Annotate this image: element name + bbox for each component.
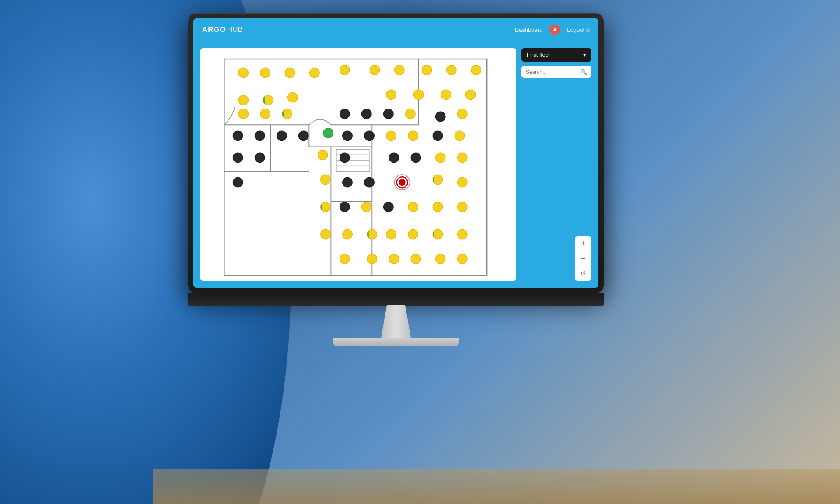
svg-point-26 xyxy=(395,65,405,75)
svg-point-64 xyxy=(340,153,350,163)
svg-point-90 xyxy=(343,229,353,239)
svg-point-40 xyxy=(260,109,270,119)
svg-point-100 xyxy=(340,254,350,264)
app-navbar: ARGO HUB Dashboard A Logout ⎋ xyxy=(193,18,598,41)
svg-point-72 xyxy=(233,177,243,187)
svg-point-59 xyxy=(433,131,443,141)
imac-bezel: ARGO HUB Dashboard A Logout ⎋ xyxy=(188,13,604,293)
floor-selector-button[interactable]: First floor ▾ xyxy=(522,48,592,62)
svg-point-28 xyxy=(447,65,457,75)
svg-point-47 xyxy=(406,109,416,119)
zoom-controls: + − ↺ xyxy=(575,236,592,281)
svg-point-49 xyxy=(458,109,468,119)
svg-point-99 xyxy=(458,229,468,239)
svg-point-75 xyxy=(364,177,374,187)
svg-point-104 xyxy=(435,254,445,264)
navbar-right: Dashboard A Logout ⎋ xyxy=(515,24,590,35)
svg-point-85 xyxy=(384,202,394,212)
svg-point-101 xyxy=(367,254,377,264)
svg-point-105 xyxy=(458,254,468,264)
svg-point-79 xyxy=(458,177,468,187)
logo-argo-text: ARGO xyxy=(202,25,226,34)
svg-point-94 xyxy=(386,229,396,239)
svg-point-23 xyxy=(310,68,320,78)
svg-point-65 xyxy=(389,153,399,163)
svg-point-56 xyxy=(364,131,374,141)
svg-point-22 xyxy=(285,68,295,78)
svg-point-35 xyxy=(386,90,396,100)
svg-point-36 xyxy=(413,90,424,100)
floor-selector-label: First floor xyxy=(527,52,550,58)
svg-point-29 xyxy=(471,65,481,75)
app-content: First floor ▾ 🔍 + − ↺ xyxy=(193,41,598,288)
dashboard-link[interactable]: Dashboard xyxy=(515,27,543,33)
svg-point-84 xyxy=(362,202,372,212)
zoom-in-button[interactable]: + xyxy=(575,236,592,251)
zoom-out-button[interactable]: − xyxy=(575,251,592,266)
svg-point-20 xyxy=(238,68,248,78)
search-icon: 🔍 xyxy=(580,69,587,75)
user-avatar: A xyxy=(550,24,560,35)
floorplan-container[interactable] xyxy=(200,48,516,281)
svg-point-38 xyxy=(466,90,476,100)
zoom-reset-button[interactable]: ↺ xyxy=(575,266,592,281)
svg-point-55 xyxy=(343,131,353,141)
svg-point-70 xyxy=(399,179,406,186)
svg-point-44 xyxy=(340,109,350,119)
svg-point-60 xyxy=(455,131,465,141)
svg-point-83 xyxy=(340,202,350,212)
svg-point-37 xyxy=(441,90,451,100)
svg-point-51 xyxy=(255,131,265,141)
app-logo: ARGO HUB xyxy=(202,25,243,34)
svg-point-27 xyxy=(422,65,432,75)
svg-point-61 xyxy=(233,153,243,163)
svg-point-67 xyxy=(435,153,445,163)
svg-point-57 xyxy=(386,131,396,141)
logout-label: Logout xyxy=(567,27,584,33)
apple-logo-icon:  xyxy=(390,300,402,311)
floorplan-svg xyxy=(200,48,516,281)
svg-point-88 xyxy=(458,202,468,212)
svg-point-62 xyxy=(255,153,265,163)
search-box: 🔍 xyxy=(522,66,592,78)
desk-surface xyxy=(153,469,840,504)
logout-button[interactable]: Logout ⎋ xyxy=(567,27,590,33)
imac-display: ARGO HUB Dashboard A Logout ⎋ xyxy=(188,13,604,354)
svg-point-52 xyxy=(276,131,287,141)
svg-point-68 xyxy=(458,153,468,163)
svg-point-39 xyxy=(238,109,248,119)
imac-screen: ARGO HUB Dashboard A Logout ⎋ xyxy=(193,18,598,288)
svg-point-21 xyxy=(260,68,270,78)
search-input[interactable] xyxy=(526,69,578,75)
svg-point-53 xyxy=(299,131,309,141)
svg-point-46 xyxy=(384,109,394,119)
svg-point-74 xyxy=(343,177,353,187)
svg-point-25 xyxy=(370,65,380,75)
svg-point-73 xyxy=(321,175,331,185)
svg-point-24 xyxy=(340,65,350,75)
svg-point-87 xyxy=(433,202,443,212)
right-sidebar: First floor ▾ 🔍 + − ↺ xyxy=(522,48,592,281)
svg-point-66 xyxy=(411,153,421,163)
svg-point-48 xyxy=(435,112,445,122)
logout-icon: ⎋ xyxy=(586,27,590,33)
svg-point-63 xyxy=(318,150,328,160)
svg-point-34 xyxy=(288,92,298,102)
svg-point-89 xyxy=(321,229,331,239)
chevron-down-icon: ▾ xyxy=(583,52,586,58)
svg-point-86 xyxy=(408,202,418,212)
imac-base xyxy=(332,338,459,346)
svg-point-54 xyxy=(323,128,333,138)
svg-point-103 xyxy=(411,254,421,264)
svg-point-50 xyxy=(233,131,243,141)
svg-point-58 xyxy=(408,131,418,141)
svg-point-45 xyxy=(362,109,372,119)
logo-hub-text: HUB xyxy=(227,25,243,34)
svg-point-30 xyxy=(238,95,248,105)
svg-point-102 xyxy=(389,254,399,264)
svg-point-95 xyxy=(408,229,418,239)
